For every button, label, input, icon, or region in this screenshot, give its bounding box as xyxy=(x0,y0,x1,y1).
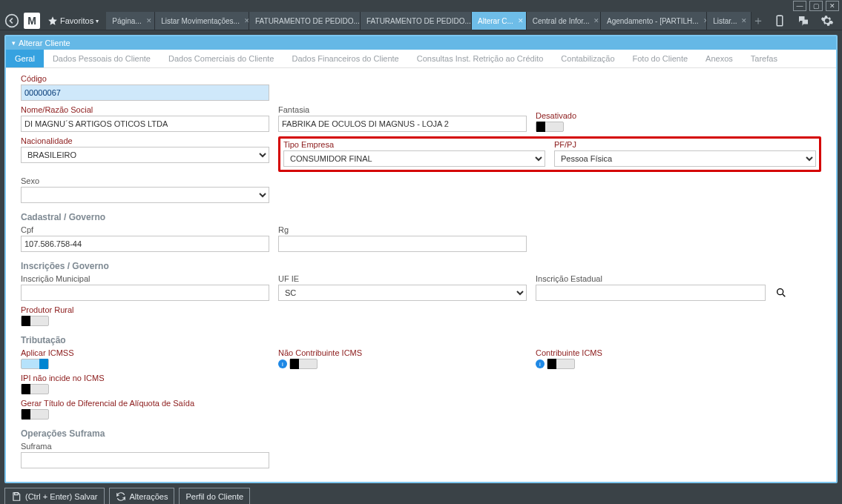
section-tributacao: Tributação xyxy=(21,335,821,345)
svg-rect-1 xyxy=(777,16,783,26)
label-aplicar-icmss: Aplicar ICMSS xyxy=(21,348,269,357)
section-cadastral: Cadastral / Governo xyxy=(21,212,821,222)
window-close-button[interactable]: ✕ xyxy=(826,1,839,11)
label-insc-municipal: Inscrição Municipal xyxy=(21,274,269,283)
action-bar: (Ctrl + Enter) Salvar Alterações Perfil … xyxy=(0,488,842,504)
subtab-anexos[interactable]: Anexos xyxy=(697,50,742,67)
info-icon[interactable]: i xyxy=(536,359,545,368)
contrib-toggle[interactable] xyxy=(547,359,575,369)
close-icon[interactable]: ✕ xyxy=(146,17,152,24)
subtab-dados-comerciais[interactable]: Dados Comerciais do Cliente xyxy=(159,50,283,67)
svg-point-0 xyxy=(6,15,19,27)
subtab-tarefas[interactable]: Tarefas xyxy=(742,50,786,67)
gerar-titulo-toggle[interactable] xyxy=(21,409,49,420)
tipo-empresa-select[interactable]: CONSUMIDOR FINAL xyxy=(283,150,545,167)
label-tipo-empresa: Tipo Empresa xyxy=(283,140,545,149)
subtab-bar: Geral Dados Pessoais do Cliente Dados Co… xyxy=(6,50,836,68)
close-icon[interactable]: ✕ xyxy=(741,17,747,24)
subtab-contabilizacao[interactable]: Contabilização xyxy=(552,50,623,67)
subtab-foto[interactable]: Foto do Cliente xyxy=(624,50,697,67)
label-produtor-rural: Produtor Rural xyxy=(21,305,74,314)
label-fantasia: Fantasia xyxy=(278,105,527,114)
favorites-menu[interactable]: Favoritos▾ xyxy=(43,16,103,26)
clipboard-icon[interactable] xyxy=(771,12,789,30)
section-suframa: Operações Suframa xyxy=(21,428,821,439)
label-nome: Nome/Razão Social xyxy=(21,105,269,114)
frame-header[interactable]: Alterar Cliente xyxy=(6,36,836,50)
rg-input[interactable] xyxy=(278,236,527,252)
chat-icon[interactable] xyxy=(795,12,812,30)
subtab-geral[interactable]: Geral xyxy=(6,50,44,67)
top-tab-agendamento[interactable]: Agendamento - [PARTILH...✕ xyxy=(601,12,707,30)
top-tab-listar-mov[interactable]: Listar Movimentações...✕ xyxy=(155,12,249,30)
add-tab-button[interactable]: ＋ xyxy=(751,12,765,30)
nacionalidade-select[interactable]: BRASILEIRO xyxy=(21,147,269,163)
label-nacionalidade: Nacionalidade xyxy=(21,136,269,145)
label-ipi-nao-incide: IPI não incide no ICMS xyxy=(21,374,105,382)
cpf-input[interactable] xyxy=(21,236,269,252)
label-suframa: Suframa xyxy=(21,442,269,451)
top-tab-central-infor[interactable]: Central de Infor...✕ xyxy=(527,12,601,30)
close-icon[interactable]: ✕ xyxy=(593,17,599,24)
top-toolbar: M Favoritos▾ Página...✕ Listar Movimenta… xyxy=(0,12,842,30)
window-maximize-button[interactable]: ▢ xyxy=(809,1,823,11)
search-insc-estadual-icon[interactable] xyxy=(774,286,788,299)
nao-contrib-toggle[interactable] xyxy=(289,359,318,369)
subtab-consultas-credito[interactable]: Consultas Inst. Retrição ao Crédito xyxy=(408,50,553,67)
label-cpf: Cpf xyxy=(21,225,269,234)
app-logo: M xyxy=(24,13,40,29)
insc-estadual-input[interactable] xyxy=(536,285,766,301)
top-tab-alterar-cliente[interactable]: Alterar C...✕ xyxy=(472,12,527,30)
label-contrib: Contribuinte ICMS xyxy=(536,348,602,357)
top-tabs: Página...✕ Listar Movimentações...✕ FATU… xyxy=(106,12,765,30)
sexo-select[interactable] xyxy=(21,187,269,203)
aplicar-icmss-toggle[interactable] xyxy=(21,359,49,369)
close-icon[interactable]: ✕ xyxy=(244,17,249,24)
titlebar: — ▢ ✕ xyxy=(0,0,842,12)
pfpj-select[interactable]: Pessoa Física xyxy=(554,150,816,167)
alteracoes-button[interactable]: Alterações xyxy=(109,488,175,504)
label-desativado: Desativado xyxy=(536,111,576,120)
top-tab-faturamento-2[interactable]: FATURAMENTO DE PEDIDO...✕ xyxy=(361,12,472,30)
uf-ie-select[interactable]: SC xyxy=(278,285,527,301)
nome-input[interactable] xyxy=(21,116,269,132)
ipi-nao-incide-toggle[interactable] xyxy=(21,384,49,394)
section-inscricoes: Inscrições / Governo xyxy=(21,261,821,271)
top-tab-listar[interactable]: Listar...✕ xyxy=(707,12,751,30)
top-tab-faturamento-1[interactable]: FATURAMENTO DE PEDIDO...✕ xyxy=(249,12,361,30)
label-rg: Rg xyxy=(278,225,527,234)
label-insc-estadual: Inscrição Estadual xyxy=(536,274,766,283)
desativado-toggle[interactable] xyxy=(536,122,564,132)
perfil-cliente-button[interactable]: Perfil do Cliente xyxy=(179,488,250,504)
label-pfpj: PF/PJ xyxy=(554,140,816,149)
svg-rect-3 xyxy=(15,493,19,495)
label-codigo: Código xyxy=(21,74,269,83)
label-nao-contrib: Não Contribuinte ICMS xyxy=(278,348,527,357)
suframa-input[interactable] xyxy=(21,452,269,468)
close-icon[interactable]: ✕ xyxy=(518,17,524,24)
top-tab-pagina[interactable]: Página...✕ xyxy=(106,12,155,30)
settings-icon[interactable] xyxy=(818,12,836,30)
info-icon[interactable]: i xyxy=(278,359,287,368)
form-scroll-area[interactable]: Código Nome/Razão Social Fantasia xyxy=(6,68,836,482)
svg-point-2 xyxy=(777,289,783,295)
fantasia-input[interactable] xyxy=(278,116,527,132)
save-button[interactable]: (Ctrl + Enter) Salvar xyxy=(4,488,105,504)
window-minimize-button[interactable]: — xyxy=(793,1,806,11)
back-button[interactable] xyxy=(3,12,21,30)
subtab-dados-financeiros[interactable]: Dados Financeiros do Cliente xyxy=(283,50,407,67)
subtab-dados-pessoais[interactable]: Dados Pessoais do Cliente xyxy=(44,50,159,67)
produtor-rural-toggle[interactable] xyxy=(21,316,49,326)
label-gerar-titulo: Gerar Título de Diferencial de Alíquota … xyxy=(21,399,194,408)
label-uf-ie: UF IE xyxy=(278,274,527,283)
highlight-box: Tipo Empresa CONSUMIDOR FINAL PF/PJ Pess… xyxy=(278,136,821,172)
label-sexo: Sexo xyxy=(21,176,269,185)
codigo-input[interactable] xyxy=(21,84,269,101)
insc-municipal-input[interactable] xyxy=(21,285,269,301)
